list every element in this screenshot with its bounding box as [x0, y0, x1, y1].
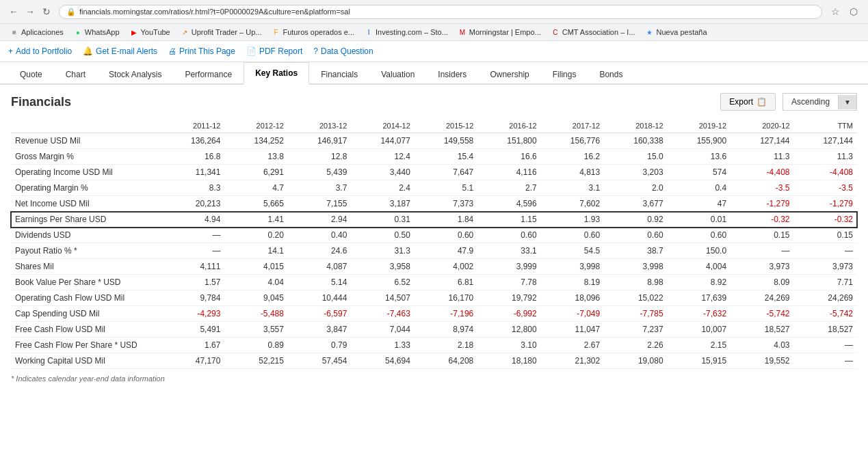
page-toolbar: + Add to Portfolio 🔔 Get E-mail Alerts 🖨… — [0, 41, 868, 62]
bookmark-uprofit[interactable]: ↗ Uprofit Trader – Up... — [176, 26, 266, 38]
bookmark-investing[interactable]: I Investing.com – Sto... — [360, 26, 452, 38]
cell-operating_income-9: -4,408 — [731, 165, 793, 180]
cell-net_income-9: -1,279 — [731, 196, 793, 212]
row-label-text-payout_ratio: Payout Ratio % * — [15, 246, 77, 256]
row-label-text-net_income: Net Income — [15, 199, 57, 208]
cell-shares-10: 3,973 — [794, 259, 857, 275]
cell-free_cash_flow-10: 18,527 — [794, 322, 857, 338]
cell-dividends-9: 0.15 — [731, 228, 793, 243]
sort-dropdown-arrow[interactable]: ▼ — [838, 95, 856, 109]
cell-cap_spending-0: -4,293 — [161, 306, 224, 322]
pdf-report-link[interactable]: 📄 PDF Report — [246, 46, 302, 56]
table-row-shares: Shares Mil4,1114,0154,0873,9584,0023,999… — [11, 259, 857, 275]
table-header-row: 2011-122012-122013-122014-122015-122016-… — [11, 119, 857, 133]
bookmark-youtube[interactable]: ▶ YouTube — [125, 26, 174, 38]
cell-operating_cash_flow-9: 24,269 — [731, 290, 793, 306]
bookmark-morningstar[interactable]: M Morningstar | Empo... — [453, 26, 545, 38]
export-button[interactable]: Export 📋 — [720, 93, 776, 111]
cell-net_income-2: 7,155 — [288, 196, 351, 212]
sort-dropdown[interactable]: Ascending ▼ — [782, 93, 857, 111]
bookmark-nueva[interactable]: ★ Nueva pestaña — [641, 26, 711, 38]
cell-dividends-0: — — [161, 228, 224, 243]
bookmark-futuros[interactable]: F Futuros operados e... — [267, 26, 358, 38]
bookmark-whatsapp[interactable]: ● WhatsApp — [69, 26, 124, 38]
cell-revenue-9: 127,144 — [731, 133, 793, 149]
tab-ownership[interactable]: Ownership — [478, 64, 540, 85]
cell-revenue-1: 134,252 — [224, 133, 287, 149]
cell-working_capital-1: 52,215 — [224, 353, 287, 369]
extension-button[interactable]: ⬡ — [846, 4, 861, 19]
export-icon: 📋 — [757, 97, 767, 107]
bookmark-cmt-label: CMT Association – I... — [562, 28, 635, 36]
refresh-button[interactable]: ↻ — [40, 5, 53, 18]
cell-dividends-5: 0.60 — [477, 228, 540, 243]
bookmark-star-button[interactable]: ☆ — [828, 4, 843, 19]
cell-shares-8: 4,004 — [668, 259, 731, 275]
cell-cap_spending-2: -6,597 — [288, 306, 351, 322]
email-alerts-link[interactable]: 🔔 Get E-mail Alerts — [83, 46, 157, 56]
address-bar[interactable]: 🔒 financials.morningstar.com/ratios/r.ht… — [59, 5, 822, 19]
nueva-favicon: ★ — [645, 27, 655, 37]
tab-chart[interactable]: Chart — [54, 64, 97, 85]
col-header-2012-12: 2012-12 — [224, 119, 287, 133]
lock-icon: 🔒 — [66, 8, 76, 16]
cell-eps-3: 0.31 — [351, 212, 414, 228]
bookmark-whatsapp-label: WhatsApp — [85, 28, 120, 36]
table-row-revenue: Revenue USD Mil136,264134,252146,917144,… — [11, 133, 857, 149]
cell-free_cash_flow-7: 7,237 — [604, 322, 667, 338]
cell-gross_margin-10: 11.3 — [794, 149, 857, 165]
cell-operating_margin-2: 3.7 — [288, 180, 351, 196]
cell-fcf_per_share-1: 0.89 — [224, 338, 287, 353]
cell-revenue-3: 144,077 — [351, 133, 414, 149]
cell-cap_spending-5: -6,992 — [477, 306, 540, 322]
tab-stock_analysis[interactable]: Stock Analysis — [97, 64, 173, 85]
cell-operating_income-3: 3,440 — [351, 165, 414, 180]
row-label-fcf_per_share: Free Cash Flow Per Share * USD — [11, 338, 161, 353]
tab-bonds[interactable]: Bonds — [588, 64, 634, 85]
cell-net_income-3: 3,187 — [351, 196, 414, 212]
cell-free_cash_flow-0: 5,491 — [161, 322, 224, 338]
tab-quote[interactable]: Quote — [8, 64, 54, 85]
print-page-link[interactable]: 🖨 Print This Page — [168, 46, 235, 56]
table-row-dividends: Dividends USD—0.200.400.500.600.600.600.… — [11, 228, 857, 243]
col-header-2019-12: 2019-12 — [668, 119, 731, 133]
cell-eps-7: 0.92 — [604, 212, 667, 228]
table-row-operating_cash_flow: Operating Cash Flow USD Mil9,7849,04510,… — [11, 290, 857, 306]
tab-performance[interactable]: Performance — [173, 64, 244, 85]
cell-eps-2: 2.94 — [288, 212, 351, 228]
row-unit-shares: Mil — [41, 262, 54, 271]
cell-cap_spending-10: -5,742 — [794, 306, 857, 322]
tab-financials[interactable]: Financials — [309, 64, 369, 85]
data-question-link[interactable]: ? Data Question — [313, 46, 373, 56]
back-button[interactable]: ← — [7, 5, 21, 18]
cell-revenue-7: 160,338 — [604, 133, 667, 149]
add-portfolio-link[interactable]: + Add to Portfolio — [8, 46, 72, 56]
browser-actions: ☆ ⬡ — [828, 4, 861, 19]
row-unit-dividends: USD — [51, 230, 71, 240]
cell-dividends-2: 0.40 — [288, 228, 351, 243]
tab-valuation[interactable]: Valuation — [369, 64, 426, 85]
bookmark-uprofit-label: Uprofit Trader – Up... — [192, 28, 262, 36]
cell-working_capital-4: 64,208 — [415, 353, 477, 369]
row-label-text-eps: Earnings Per Share — [15, 215, 87, 224]
cell-gross_margin-6: 16.2 — [541, 149, 604, 165]
row-label-payout_ratio: Payout Ratio % * — [11, 243, 161, 259]
pdf-icon: 📄 — [246, 46, 257, 56]
row-label-text-dividends: Dividends — [15, 230, 51, 240]
row-label-text-operating_income: Operating Income — [15, 167, 80, 177]
tab-insiders[interactable]: Insiders — [426, 64, 478, 85]
cell-cap_spending-7: -7,785 — [604, 306, 667, 322]
forward-button[interactable]: → — [23, 5, 37, 18]
tab-key_ratios[interactable]: Key Ratios — [244, 62, 309, 85]
bookmark-cmt[interactable]: C CMT Association – I... — [547, 26, 640, 38]
cell-operating_income-4: 7,647 — [415, 165, 477, 180]
bookmark-morningstar-label: Morningstar | Empo... — [469, 28, 541, 36]
cell-operating_cash_flow-7: 15,022 — [604, 290, 667, 306]
tab-filings[interactable]: Filings — [541, 64, 588, 85]
cell-net_income-10: -1,279 — [794, 196, 857, 212]
bookmark-aplicaciones[interactable]: ≡ Aplicaciones — [5, 26, 68, 38]
cell-working_capital-2: 57,454 — [288, 353, 351, 369]
cell-operating_cash_flow-10: 24,269 — [794, 290, 857, 306]
cell-gross_margin-4: 15.4 — [415, 149, 477, 165]
row-label-gross_margin: Gross Margin % — [11, 149, 161, 165]
